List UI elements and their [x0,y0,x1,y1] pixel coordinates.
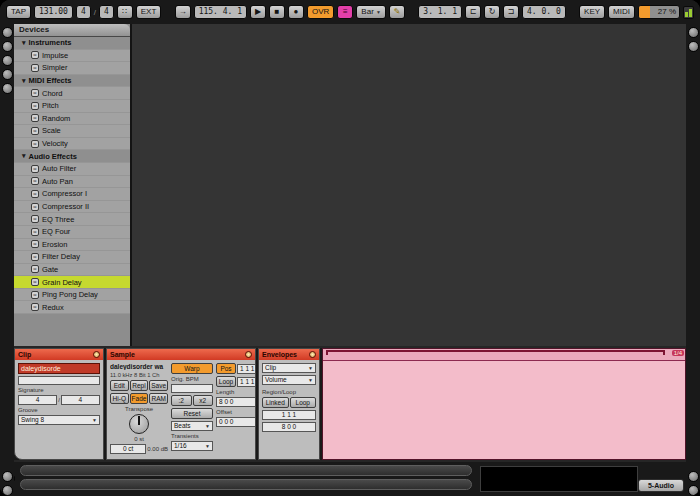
device-icon: ≈ [31,278,39,286]
transients-select[interactable]: 1/16▼ [171,441,213,451]
clip-sig-numerator[interactable]: 4 [18,395,57,405]
browser-item-compressor-ii[interactable]: ≈Compressor II [14,201,130,214]
browser-item-simpler[interactable]: ≈Simpler [14,62,130,75]
key-map-button[interactable]: KEY [579,5,605,19]
browser-item-redux[interactable]: ≈Redux [14,301,130,314]
ram-button[interactable]: RAM [149,393,168,404]
envelope-control-select[interactable]: Volume▼ [262,375,316,385]
browser-item-audio-effects[interactable]: ▾Audio Effects [14,150,130,163]
fold-panel-icon[interactable] [309,351,316,358]
punch-out-button[interactable]: ⊐ [503,5,519,19]
browser-item-chord[interactable]: ≈Chord [14,87,130,100]
session-view-button[interactable] [688,27,699,38]
browser-item-impulse[interactable]: ≈Impulse [14,50,130,63]
double-bpm-button[interactable]: x2 [193,395,214,406]
info-view-button[interactable] [2,471,13,482]
fade-button[interactable]: Fade [130,393,149,404]
browser-item-grain-delay[interactable]: ≈Grain Delay [14,276,130,289]
waveform-display[interactable] [323,362,685,459]
loop-button[interactable]: Loop [216,376,236,387]
browser-item-filter-delay[interactable]: ≈Filter Delay [14,251,130,264]
edit-button[interactable]: Edit [110,380,129,391]
beat-time-ruler[interactable]: 1/4 [323,349,685,361]
envelope-device-select[interactable]: Clip▼ [262,363,316,373]
warp-mode-select[interactable]: Beats▼ [171,421,213,431]
detail-view-tab[interactable]: 5-Audio [638,479,684,492]
browser-item-instruments[interactable]: ▾Instruments [14,37,130,50]
clip-name-field[interactable]: daleydisorde [18,363,100,374]
time-sig-denominator[interactable]: 4 [99,5,114,19]
orig-bpm-field[interactable] [171,384,213,393]
draw-mode-button[interactable]: ✎ [389,5,405,19]
fold-panel-icon[interactable] [93,351,100,358]
linked-button[interactable]: Linked [262,397,289,408]
browser-item-scale[interactable]: ≈Scale [14,125,130,138]
fold-panel-icon[interactable] [245,351,252,358]
browser-files-3-button[interactable] [2,83,13,94]
browser-plugins-button[interactable] [2,41,13,52]
loop-start-display[interactable]: 3. 1. 1 [418,5,462,19]
envelope-length-field[interactable]: 8 0 0 [262,422,316,432]
browser-item-pitch[interactable]: ≈Pitch [14,100,130,113]
loop-start-field[interactable]: 1 1 1 [237,377,255,387]
clip-color-field[interactable] [18,376,100,385]
help-view-button[interactable] [2,485,13,496]
browser-item-velocity[interactable]: ≈Velocity [14,138,130,151]
browser-files-1-button[interactable] [2,55,13,66]
browser-item-compressor-i[interactable]: ≈Compressor I [14,188,130,201]
browser-item-auto-pan[interactable]: ≈Auto Pan [14,176,130,189]
hiq-button[interactable]: Hi-Q [110,393,129,404]
offset-field[interactable]: 0 0 0 [216,417,255,427]
browser-item-random[interactable]: ≈Random [14,113,130,126]
metronome-button[interactable]: ∷ [117,5,133,19]
envelope-start-field[interactable]: 1 1 1 [262,410,316,420]
transpose-label: Transpose [110,406,168,412]
loop-position-field[interactable]: 1 1 1 [237,364,255,374]
browser-item-gate[interactable]: ≈Gate [14,264,130,277]
loop-length-display[interactable]: 4. 0. 0 [522,5,566,19]
detail-view-button[interactable] [688,471,699,482]
time-sig-numerator[interactable]: 4 [76,5,91,19]
save-button[interactable]: Save [149,380,168,391]
hide-detail-button[interactable] [688,485,699,496]
arrangement-view-button[interactable] [688,41,699,52]
loop-position-button[interactable]: Pos [216,363,236,374]
stop-button[interactable]: ■ [269,5,285,19]
nudge-forward-icon[interactable]: → [175,5,191,19]
clip-sig-denominator[interactable]: 4 [61,395,100,405]
loop-switch-button[interactable]: ↻ [484,5,500,19]
browser-item-midi-effects[interactable]: ▾MIDI Effects [14,75,130,88]
back-to-arrangement-button[interactable]: ≡ [337,5,353,19]
arrangement-position-display[interactable]: 115. 4. 1 [194,5,247,19]
browser-item-erosion[interactable]: ≈Erosion [14,239,130,252]
clip-overview[interactable] [480,466,638,492]
halve-bpm-button[interactable]: :2 [171,395,192,406]
tempo-display[interactable]: 131.00 [34,5,73,19]
reset-button[interactable]: Reset [171,408,213,419]
transpose-knob[interactable] [129,414,149,434]
detune-field[interactable]: 0 ct [110,444,146,454]
browser-item-ping-pong-delay[interactable]: ≈Ping Pong Delay [14,289,130,302]
punch-in-button[interactable]: ⊏ [465,5,481,19]
browser-item-eq-four[interactable]: ≈EQ Four [14,226,130,239]
length-field[interactable]: 8 0 0 [216,397,255,407]
play-button[interactable]: ▶ [250,5,266,19]
replace-button[interactable]: Repl [130,380,149,391]
record-button[interactable]: ● [288,5,304,19]
loop-brace[interactable] [326,350,665,355]
tap-tempo-button[interactable]: TAP [6,5,31,19]
sample-editor[interactable]: 1/4 [322,348,686,460]
device-icon: ≈ [31,102,39,110]
browser-item-eq-three[interactable]: ≈EQ Three [14,213,130,226]
midi-map-button[interactable]: MIDI [608,5,635,19]
warp-button[interactable]: Warp [171,363,213,374]
browser-devices-button[interactable] [2,27,13,38]
browser-files-2-button[interactable] [2,69,13,80]
groove-select[interactable]: Swing 8▼ [18,415,100,425]
quantization-menu[interactable]: Bar ▼ [356,5,386,19]
ext-sync-button[interactable]: EXT [136,5,162,19]
browser-item-auto-filter[interactable]: ≈Auto Filter [14,163,130,176]
browser-header[interactable]: Devices [14,24,130,37]
overdub-button[interactable]: OVR [307,5,334,19]
envelope-loop-button[interactable]: Loop [290,397,317,408]
